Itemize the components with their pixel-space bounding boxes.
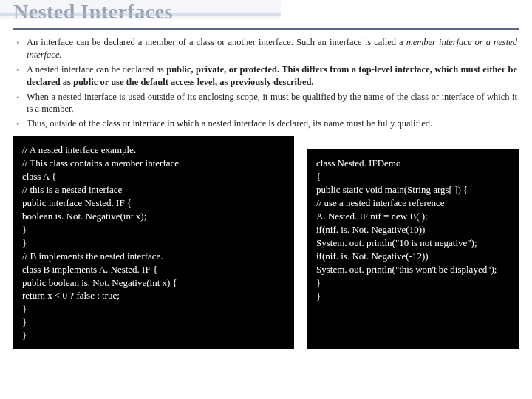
bullet-item: Thus, outside of the class or interface … xyxy=(15,117,517,130)
bullet-text: When a nested interface is used outside … xyxy=(27,92,517,115)
code-area: // A nested interface example. // This c… xyxy=(13,136,519,349)
bullet-list: An interface can be declared a member of… xyxy=(13,36,519,130)
bullet-item: A nested interface can be declared as pu… xyxy=(15,64,517,89)
code-block-left: // A nested interface example. // This c… xyxy=(13,136,294,349)
bullet-text: An interface can be declared a member of… xyxy=(27,37,406,47)
bullet-text: A nested interface can be declared as xyxy=(27,64,166,75)
code-block-right: class Nested. IFDemo { public static voi… xyxy=(307,149,519,349)
bullet-text: Thus, outside of the class or interface … xyxy=(27,118,432,129)
slide-title: Nested Interfaces xyxy=(13,0,519,24)
title-underline xyxy=(13,28,519,30)
bullet-item: When a nested interface is used outside … xyxy=(15,91,517,116)
slide: Nested Interfaces An interface can be de… xyxy=(0,0,532,399)
title-area: Nested Interfaces xyxy=(13,0,519,24)
bullet-item: An interface can be declared a member of… xyxy=(15,36,517,61)
